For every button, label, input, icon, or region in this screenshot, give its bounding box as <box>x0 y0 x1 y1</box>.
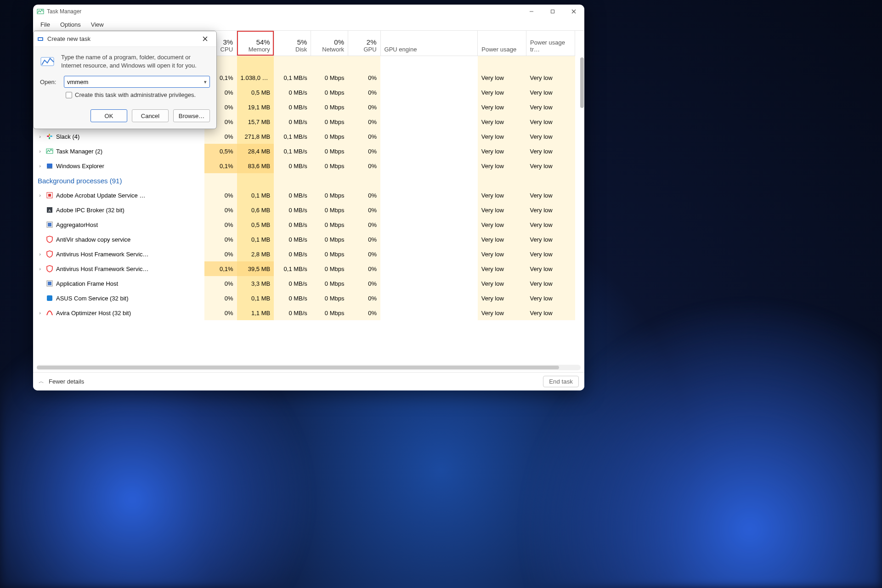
dialog-close-button[interactable] <box>197 32 213 46</box>
col-header-disk[interactable]: 5% Disk <box>274 31 311 56</box>
cell-memory: 0,1 MB <box>237 232 274 247</box>
cell-network: 0 Mbps <box>311 217 348 232</box>
table-row[interactable]: ›Adobe Acrobat Update Service …0%0,1 MB0… <box>33 188 575 203</box>
open-combobox[interactable]: ▾ <box>64 76 210 88</box>
process-name: Application Frame Host <box>56 280 118 287</box>
table-row[interactable]: ›Antivirus Host Framework Servic…0%2,8 M… <box>33 247 575 261</box>
chevron-up-icon[interactable]: ︿ <box>39 378 44 385</box>
chevron-down-icon[interactable]: ▾ <box>204 79 207 85</box>
table-row[interactable]: AAdobe IPC Broker (32 bit)0%0,6 MB0 MB/s… <box>33 203 575 217</box>
cell-gpu: 0% <box>348 100 380 114</box>
cell-power-usage: Very low <box>478 261 526 276</box>
horizontal-scrollbar[interactable] <box>37 365 581 370</box>
menu-file[interactable]: File <box>36 20 55 29</box>
cell-gpu-engine <box>380 144 478 158</box>
cell-network: 0 Mbps <box>311 232 348 247</box>
cell-disk: 0 MB/s <box>274 247 311 261</box>
table-row[interactable]: ASUS Com Service (32 bit)0%0,1 MB0 MB/s0… <box>33 291 575 305</box>
statusbar: ︿ Fewer details End task <box>33 372 584 390</box>
cell-network: 0 Mbps <box>311 70 348 85</box>
process-name: Slack (4) <box>56 133 79 140</box>
close-button[interactable] <box>563 5 584 18</box>
svg-rect-6 <box>50 136 52 137</box>
cell-power-trend: Very low <box>526 247 575 261</box>
table-row[interactable]: ›Slack (4)0%271,8 MB0,1 MB/s0 Mbps0%Very… <box>33 129 575 144</box>
cell-disk: 0 MB/s <box>274 158 311 173</box>
checkbox-icon[interactable] <box>66 92 72 98</box>
cell-memory: 39,5 MB <box>237 261 274 276</box>
create-new-task-dialog: Create new task Type the name of a progr… <box>33 31 217 129</box>
table-row[interactable]: AntiVir shadow copy service0%0,1 MB0 MB/… <box>33 232 575 247</box>
svg-rect-2 <box>551 10 554 13</box>
process-name: Windows Explorer <box>56 163 104 170</box>
table-row[interactable]: AggregatorHost0%0,5 MB0 MB/s0 Mbps0%Very… <box>33 217 575 232</box>
browse-button[interactable]: Browse… <box>173 109 210 122</box>
chevron-right-icon[interactable]: › <box>37 134 43 139</box>
cell-power-usage: Very low <box>478 217 526 232</box>
process-name: AggregatorHost <box>56 221 98 228</box>
maximize-button[interactable] <box>542 5 563 18</box>
open-input[interactable] <box>67 79 204 85</box>
cell-disk: 0 MB/s <box>274 217 311 232</box>
cell-disk: 0 MB/s <box>274 232 311 247</box>
chevron-right-icon[interactable]: › <box>37 163 43 169</box>
col-header-gpu-engine[interactable]: GPU engine <box>380 31 478 56</box>
admin-checkbox-row[interactable]: Create this task with administrative pri… <box>66 91 210 98</box>
cell-memory: 15,7 MB <box>237 114 274 129</box>
cell-power-usage: Very low <box>478 291 526 305</box>
cell-disk: 0 MB/s <box>274 276 311 291</box>
open-label: Open: <box>40 79 59 85</box>
svg-text:A: A <box>48 209 51 213</box>
chevron-right-icon[interactable]: › <box>37 266 43 271</box>
table-row[interactable]: ›Windows Explorer0,1%83,6 MB0 MB/s0 Mbps… <box>33 158 575 173</box>
cell-network: 0 Mbps <box>311 85 348 100</box>
cell-power-trend: Very low <box>526 144 575 158</box>
horizontal-scroll-thumb[interactable] <box>37 366 559 369</box>
menu-options[interactable]: Options <box>56 20 85 29</box>
cell-memory: 0,1 MB <box>237 188 274 203</box>
chevron-right-icon[interactable]: › <box>37 192 43 198</box>
ok-button[interactable]: OK <box>90 109 127 122</box>
fewer-details-link[interactable]: Fewer details <box>49 378 84 385</box>
dialog-titlebar[interactable]: Create new task <box>34 31 216 47</box>
end-task-button[interactable]: End task <box>543 376 579 387</box>
col-header-power-usage[interactable]: Power usage <box>478 31 526 56</box>
cell-gpu: 0% <box>348 85 380 100</box>
table-row[interactable]: ›Task Manager (2)0,5%28,4 MB0,1 MB/s0 Mb… <box>33 144 575 158</box>
svg-rect-22 <box>39 38 42 40</box>
group-header: Background processes (91) <box>33 173 575 188</box>
chevron-right-icon[interactable]: › <box>37 310 43 316</box>
run-dialog-icon <box>40 54 56 69</box>
chevron-right-icon[interactable]: › <box>37 148 43 154</box>
chevron-right-icon[interactable]: › <box>37 251 43 257</box>
cell-gpu: 0% <box>348 114 380 129</box>
titlebar[interactable]: Task Manager <box>33 5 584 18</box>
cell-network: 0 Mbps <box>311 291 348 305</box>
col-header-power-trend[interactable]: Power usage tr… <box>526 31 575 56</box>
cell-disk: 0,1 MB/s <box>274 261 311 276</box>
table-row[interactable]: Application Frame Host0%3,3 MB0 MB/s0 Mb… <box>33 276 575 291</box>
col-header-memory[interactable]: 54% Memory <box>237 31 274 56</box>
cell-cpu: 0% <box>204 305 237 320</box>
svg-rect-11 <box>47 168 52 169</box>
vertical-scrollbar[interactable] <box>580 57 584 390</box>
col-header-gpu[interactable]: 2% GPU <box>348 31 380 56</box>
minimize-button[interactable] <box>521 5 542 18</box>
cancel-button[interactable]: Cancel <box>132 109 169 122</box>
cell-gpu: 0% <box>348 203 380 217</box>
cell-gpu-engine <box>380 158 478 173</box>
cell-network: 0 Mbps <box>311 114 348 129</box>
cell-cpu: 0,1% <box>204 261 237 276</box>
menu-view[interactable]: View <box>86 20 108 29</box>
cell-gpu: 0% <box>348 188 380 203</box>
table-row[interactable]: ›Antivirus Host Framework Servic…0,1%39,… <box>33 261 575 276</box>
table-row[interactable]: ›Avira Optimizer Host (32 bit)0%1,1 MB0 … <box>33 305 575 320</box>
cell-gpu: 0% <box>348 261 380 276</box>
cell-power-trend: Very low <box>526 114 575 129</box>
col-header-network[interactable]: 0% Network <box>311 31 348 56</box>
explorer-icon <box>46 162 53 170</box>
cell-gpu: 0% <box>348 276 380 291</box>
cell-disk: 0 MB/s <box>274 188 311 203</box>
process-name: ASUS Com Service (32 bit) <box>56 295 129 302</box>
vertical-scroll-thumb[interactable] <box>580 57 584 108</box>
